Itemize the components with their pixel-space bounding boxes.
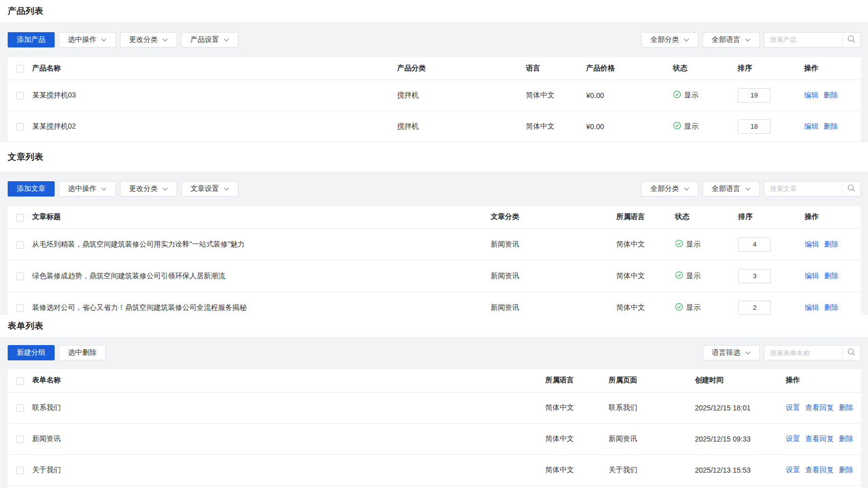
forms-filter-language-dropdown[interactable]: 语言筛选 [703, 345, 760, 360]
products-search-button[interactable] [842, 33, 860, 47]
sort-order-input[interactable] [738, 88, 770, 103]
forms-search [764, 345, 861, 360]
form-created-time: 2025/12/13 15:53 [691, 455, 782, 486]
row-checkbox[interactable] [16, 467, 24, 474]
article-title: 从毛坯到精装，鼎筑空间建筑装修公司用实力诠释"一站式装修"魅力 [28, 229, 487, 260]
articles-search-input[interactable] [764, 185, 842, 192]
article-category: 新闻资讯 [487, 260, 612, 292]
articles-filter-category-dropdown[interactable]: 全部分类 [641, 181, 698, 197]
new-group-button[interactable]: 新建分组 [8, 345, 55, 360]
form-language: 简体中文 [541, 455, 605, 486]
articles-filter-language-dropdown[interactable]: 全部语言 [703, 181, 760, 197]
forms-search-button[interactable] [842, 346, 860, 360]
products-title: 产品列表 [8, 5, 43, 17]
delete-link[interactable]: 删除 [839, 403, 853, 411]
forms-header-row: 表单名称 所属语言 所属页面 创建时间 操作 [8, 369, 861, 393]
articles-settings-dropdown[interactable]: 文章设置 [181, 181, 238, 197]
form-language: 简体中文 [541, 424, 605, 455]
delete-link[interactable]: 删除 [824, 272, 838, 280]
product-category: 搅拌机 [393, 111, 522, 142]
products-filter-category-dropdown[interactable]: 全部分类 [641, 32, 698, 47]
settings-link[interactable]: 设置 [786, 403, 800, 411]
search-icon [847, 184, 856, 194]
add-product-button[interactable]: 添加产品 [8, 32, 55, 47]
forms-search-input[interactable] [764, 349, 842, 357]
check-circle-icon [675, 239, 683, 249]
row-checkbox[interactable] [16, 404, 24, 412]
search-icon [847, 348, 856, 358]
products-header-row: 产品名称 产品分类 语言 产品价格 状态 排序 操作 [8, 57, 861, 80]
product-category: 搅拌机 [393, 80, 522, 111]
form-created-time: 2025/12/15 18:01 [691, 393, 782, 424]
view-replies-link[interactable]: 查看回复 [805, 466, 834, 474]
table-row: 绿色装修成趋势，鼎筑空间建筑装修公司引领环保人居新潮流 新闻资讯 简体中文 显示… [8, 260, 861, 292]
product-name: 某某搅拌机03 [28, 80, 393, 111]
sort-order-input[interactable] [738, 301, 771, 315]
products-toolbar: 添加产品 选中操作 更改分类 产品设置 全部分类 全部语言 [8, 22, 861, 57]
articles-table: 文章标题 文章分类 所属语言 状态 排序 操作 从毛坯到精装，鼎筑空间建筑装修公… [8, 206, 861, 315]
article-title: 装修选对公司，省心又省力！鼎筑空间建筑装修公司全流程服务揭秘 [28, 292, 487, 315]
edit-link[interactable]: 编辑 [805, 272, 819, 280]
sort-order-input[interactable] [738, 269, 771, 283]
edit-link[interactable]: 编辑 [804, 91, 818, 99]
edit-link[interactable]: 编辑 [805, 240, 819, 248]
articles-batch-actions-dropdown[interactable]: 选中操作 [59, 181, 116, 197]
products-search-input[interactable] [764, 36, 842, 43]
articles-search-button[interactable] [842, 182, 860, 196]
row-checkbox[interactable] [16, 304, 24, 312]
chevron-down-icon [162, 187, 168, 191]
row-checkbox[interactable] [16, 123, 24, 131]
product-price: ¥0.00 [582, 111, 669, 142]
check-circle-icon [675, 303, 683, 312]
row-checkbox[interactable] [16, 273, 24, 280]
add-article-button[interactable]: 添加文章 [8, 181, 55, 197]
articles-toolbar-filters: 全部分类 全部语言 [641, 181, 861, 197]
search-icon [847, 35, 856, 45]
forms-toolbar-filters: 语言筛选 [703, 345, 861, 360]
product-name: 某某搅拌机02 [28, 111, 393, 142]
view-replies-link[interactable]: 查看回复 [805, 403, 834, 411]
view-replies-link[interactable]: 查看回复 [805, 434, 834, 443]
settings-link[interactable]: 设置 [786, 466, 800, 474]
table-row: 从毛坯到精装，鼎筑空间建筑装修公司用实力诠释"一站式装修"魅力 新闻资讯 简体中… [8, 229, 861, 260]
article-language: 简体中文 [612, 260, 671, 292]
row-checkbox[interactable] [16, 241, 24, 249]
select-all-checkbox[interactable] [16, 377, 24, 385]
article-language: 简体中文 [612, 229, 671, 260]
products-settings-dropdown[interactable]: 产品设置 [181, 32, 238, 47]
edit-link[interactable]: 编辑 [805, 303, 819, 311]
article-title: 绿色装修成趋势，鼎筑空间建筑装修公司引领环保人居新潮流 [28, 260, 487, 292]
table-row: 关于我们 简体中文 关于我们 2025/12/13 15:53 设置查看回复删除 [8, 455, 861, 486]
delete-selected-button[interactable]: 选中删除 [59, 345, 106, 360]
table-row: 某某搅拌机02 搅拌机 简体中文 ¥0.00 显示 编辑删除 [8, 111, 861, 142]
table-row: 联系我们 简体中文 联系我们 2025/12/15 18:01 设置查看回复删除 [8, 393, 861, 424]
row-checkbox[interactable] [16, 435, 24, 443]
forms-section-header: 表单列表 [0, 315, 868, 337]
products-change-category-dropdown[interactable]: 更改分类 [120, 32, 177, 47]
settings-link[interactable]: 设置 [786, 434, 800, 443]
select-all-checkbox[interactable] [16, 214, 24, 222]
products-batch-actions-dropdown[interactable]: 选中操作 [59, 32, 116, 47]
chevron-down-icon [745, 351, 751, 355]
delete-link[interactable]: 删除 [824, 240, 838, 248]
form-created-time: 2025/12/15 09:33 [691, 424, 782, 455]
products-section-header: 产品列表 [0, 0, 868, 22]
article-category: 新闻资讯 [487, 229, 612, 260]
status-badge: 显示 [675, 239, 701, 249]
sort-order-input[interactable] [738, 119, 770, 134]
row-checkbox[interactable] [16, 92, 24, 100]
delete-link[interactable]: 删除 [839, 466, 853, 474]
select-all-checkbox[interactable] [16, 65, 24, 72]
products-filter-language-dropdown[interactable]: 全部语言 [703, 32, 760, 47]
sort-order-input[interactable] [738, 237, 771, 252]
delete-link[interactable]: 删除 [824, 91, 838, 99]
delete-link[interactable]: 删除 [824, 122, 838, 130]
delete-link[interactable]: 删除 [839, 434, 853, 443]
delete-link[interactable]: 删除 [824, 303, 838, 311]
articles-header-row: 文章标题 文章分类 所属语言 状态 排序 操作 [8, 206, 861, 229]
chevron-down-icon [684, 187, 689, 191]
form-name: 联系我们 [28, 393, 541, 424]
article-category: 新闻资讯 [487, 292, 612, 315]
articles-change-category-dropdown[interactable]: 更改分类 [120, 181, 177, 197]
edit-link[interactable]: 编辑 [804, 122, 818, 130]
